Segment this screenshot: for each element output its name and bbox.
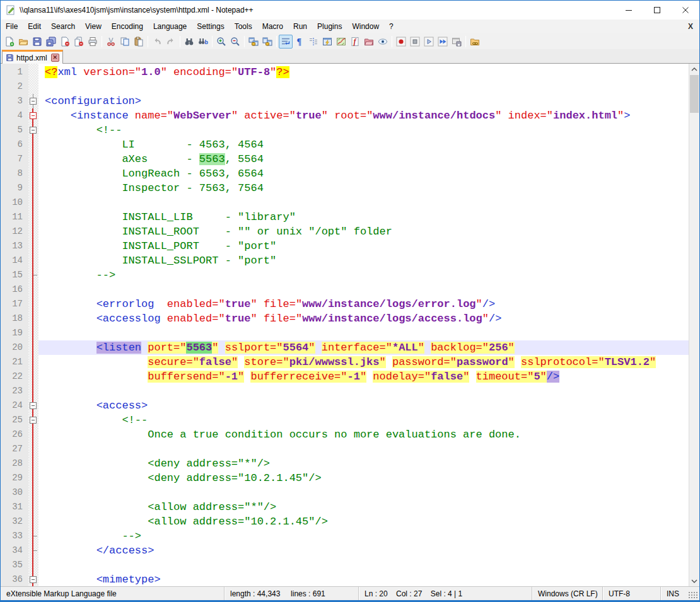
sync-vertical-scroll-button[interactable] [247,35,260,49]
fold-collapse-icon[interactable] [30,127,37,134]
copy-button[interactable] [118,35,132,49]
code-line-27[interactable] [38,442,689,456]
code-line-25[interactable]: <!-- [38,413,689,427]
redo-button[interactable] [164,35,178,49]
code-line-10[interactable] [38,195,689,210]
code-line-21[interactable]: secure="false" store="pki/wwwssl.jks" pa… [38,355,689,369]
code-line-4[interactable]: <instance name="WebServer" active="true"… [38,108,689,123]
code-line-34[interactable]: </access> [38,543,689,558]
code-line-20[interactable]: <listen port="5563" sslport="5564" inter… [38,340,689,355]
code-line-35[interactable] [38,558,689,572]
code-line-22[interactable]: buffersend="-1" bufferreceive="-1" nodel… [38,369,689,384]
code-line-32[interactable]: <allow address="10.2.1.45"/> [38,514,689,529]
menu-window[interactable]: Window [347,20,384,33]
menu-view[interactable]: View [80,20,107,33]
status-encoding[interactable]: UTF-8 [602,587,660,600]
vertical-scrollbar[interactable] [689,64,699,586]
code-line-8[interactable]: LongReach - 6563, 6564 [38,166,689,181]
find-button[interactable] [182,35,196,49]
code-line-1[interactable]: <?xml version="1.0" encoding="UTF-8"?> [38,65,689,79]
menu-close-icon[interactable]: X [682,20,699,33]
maximize-button[interactable] [643,1,671,20]
menu-[interactable]: ? [384,20,399,33]
scroll-down-arrow-icon[interactable] [689,576,699,586]
code-line-11[interactable]: INSTALL_LIB - "library" [38,210,689,224]
undo-button[interactable] [150,35,164,49]
status-insert-mode[interactable]: INS [660,587,688,600]
close-button[interactable] [671,1,699,20]
fold-collapse-icon[interactable] [30,402,37,409]
code-line-17[interactable]: <errorlog enabled="true" file="www/insta… [38,297,689,311]
print-button[interactable] [86,35,100,49]
menu-tools[interactable]: Tools [230,20,257,33]
code-line-5[interactable]: <!-- [38,123,689,137]
zoom-out-button[interactable] [228,35,242,49]
menu-macro[interactable]: Macro [257,20,288,33]
macro-save-button[interactable] [450,35,464,49]
replace-button[interactable]: b [196,35,210,49]
macro-play-button[interactable] [422,35,436,49]
code-line-6[interactable]: LI - 4563, 4564 [38,137,689,152]
macro-stop-button[interactable] [408,35,422,49]
tab-close-icon[interactable]: ✕ [51,54,59,62]
macro-record-button[interactable] [394,35,408,49]
menu-language[interactable]: Language [148,20,192,33]
scrollbar-thumb[interactable] [690,75,699,113]
close-all-button[interactable] [72,35,86,49]
open-file-button[interactable] [16,35,30,49]
cut-button[interactable] [104,35,118,49]
menu-encoding[interactable]: Encoding [107,20,148,33]
sync-horizontal-scroll-button[interactable] [260,35,274,49]
code-line-18[interactable]: <accesslog enabled="true" file="www/inst… [38,311,689,326]
save-file-button[interactable] [30,35,44,49]
menu-plugins[interactable]: Plugins [312,20,347,33]
file-monitoring-button[interactable] [376,35,390,49]
code-line-28[interactable]: <deny address="*"/> [38,456,689,471]
code-line-14[interactable]: INSTALL_SSLPORT - "port" [38,253,689,268]
paste-button[interactable] [132,35,146,49]
code-line-16[interactable] [38,282,689,297]
minimize-button[interactable] [614,1,643,20]
function-list-button[interactable]: f [348,35,362,49]
fold-collapse-icon[interactable] [30,112,37,119]
code-line-29[interactable]: <deny address="10.2.1.45"/> [38,471,689,485]
document-map-button[interactable] [334,35,348,49]
menu-edit[interactable]: Edit [23,20,46,33]
code-line-7[interactable]: aXes - 5563, 5564 [38,152,689,166]
word-wrap-button[interactable] [279,35,293,49]
folder-as-workspace-button[interactable] [362,35,376,49]
show-all-characters-button[interactable]: ¶ [293,35,306,49]
code-line-31[interactable]: <allow address="*"/> [38,500,689,514]
fold-collapse-icon[interactable] [30,576,37,583]
save-all-button[interactable] [44,35,58,49]
code-line-24[interactable]: <access> [38,398,689,413]
code-line-9[interactable]: Inspector - 7563, 7564 [38,181,689,195]
code-line-26[interactable]: Once a true condition occurs no more eva… [38,427,689,442]
code-area[interactable]: <?xml version="1.0" encoding="UTF-8"?><c… [38,64,689,586]
macro-run-multiple-button[interactable] [436,35,450,49]
open-containing-folder-button[interactable] [468,35,482,49]
menu-file[interactable]: File [1,20,23,33]
fold-collapse-icon[interactable] [30,98,37,105]
menu-settings[interactable]: Settings [192,20,229,33]
status-eol-format[interactable]: Windows (CR LF) [532,587,602,600]
menu-search[interactable]: Search [46,20,80,33]
code-line-13[interactable]: INSTALL_PORT - "port" [38,239,689,253]
menu-run[interactable]: Run [288,20,312,33]
code-line-33[interactable]: --> [38,529,689,543]
code-line-30[interactable] [38,485,689,500]
zoom-in-button[interactable] [214,35,228,49]
code-line-15[interactable]: --> [38,268,689,282]
new-file-button[interactable] [3,35,16,49]
tab-httpd-xml[interactable]: httpd.xml ✕ [2,50,63,64]
document-peek-button[interactable] [320,35,334,49]
code-line-3[interactable]: <configuration> [38,94,689,108]
code-line-19[interactable] [38,326,689,340]
code-line-2[interactable] [38,79,689,94]
close-file-button[interactable] [58,35,72,49]
indent-guide-button[interactable] [306,35,320,49]
fold-collapse-icon[interactable] [30,417,37,424]
code-line-23[interactable] [38,384,689,398]
code-line-12[interactable]: INSTALL_ROOT - "" or unix "/opt" folder [38,224,689,239]
scroll-up-arrow-icon[interactable] [689,64,699,74]
